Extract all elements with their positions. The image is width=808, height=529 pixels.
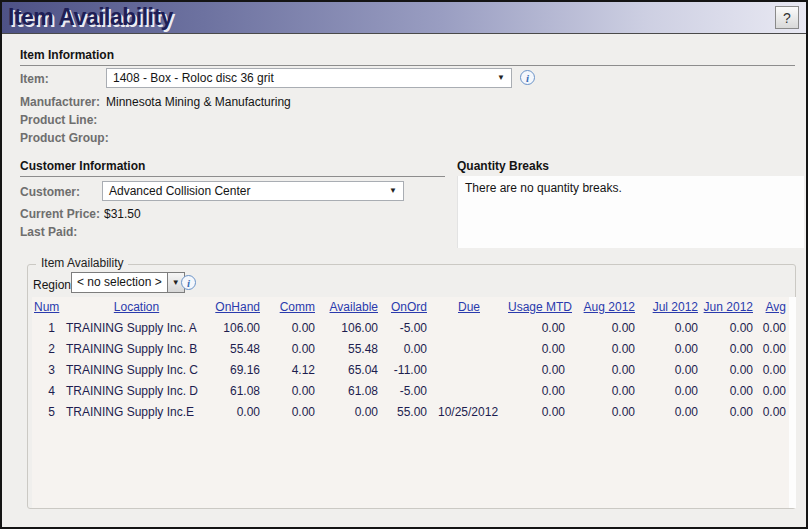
- cell-onhand: 106.00: [213, 321, 263, 335]
- column-header-due[interactable]: Due: [430, 300, 508, 314]
- region-combobox-value: < no selection >: [72, 273, 167, 292]
- column-header-num[interactable]: Num: [32, 300, 60, 314]
- table-row[interactable]: 3 TRAINING Supply Inc. C 69.16 4.12 65.0…: [32, 359, 789, 380]
- product-line-label: Product Line:: [20, 113, 97, 127]
- help-button[interactable]: ?: [775, 6, 799, 29]
- cell-location: TRAINING Supply Inc. B: [60, 342, 213, 356]
- quantity-breaks-message: There are no quantity breaks.: [465, 181, 622, 195]
- cell-jul-2012: 0.00: [638, 363, 701, 377]
- cell-onord: -5.00: [381, 384, 430, 398]
- cell-jun-2012: 0.00: [701, 384, 756, 398]
- current-price-label: Current Price:: [20, 207, 100, 221]
- customer-label: Customer:: [20, 185, 80, 199]
- cell-location: TRAINING Supply Inc. C: [60, 363, 213, 377]
- cell-comm: 0.00: [263, 405, 318, 419]
- product-group-label: Product Group:: [20, 131, 109, 145]
- column-header-comm[interactable]: Comm: [263, 300, 318, 314]
- last-paid-label: Last Paid:: [20, 225, 77, 239]
- cell-onhand: 61.08: [213, 384, 263, 398]
- customer-information-header: Customer Information: [20, 159, 445, 177]
- cell-location: TRAINING Supply Inc. A: [60, 321, 213, 335]
- chevron-down-icon: ▼: [389, 187, 397, 195]
- cell-avg: 0.00: [756, 342, 789, 356]
- item-dropdown-value: 1408 - Box - Roloc disc 36 grit: [113, 71, 497, 85]
- cell-onord: 55.00: [381, 405, 430, 419]
- cell-jul-2012: 0.00: [638, 321, 701, 335]
- table-row[interactable]: 4 TRAINING Supply Inc. D 61.08 0.00 61.0…: [32, 380, 789, 401]
- page-title: Item Availability: [8, 4, 173, 31]
- table-row[interactable]: 2 TRAINING Supply Inc. B 55.48 0.00 55.4…: [32, 338, 789, 359]
- title-bar: Item Availability ?: [2, 2, 806, 34]
- column-header-aug-2012[interactable]: Aug 2012: [568, 300, 638, 314]
- cell-onhand: 0.00: [213, 405, 263, 419]
- cell-aug-2012: 0.00: [568, 384, 638, 398]
- cell-comm: 0.00: [263, 384, 318, 398]
- region-combobox[interactable]: < no selection > ▼: [71, 272, 185, 293]
- scrollbar-track[interactable]: [789, 297, 796, 508]
- cell-num: 3: [32, 363, 60, 377]
- cell-aug-2012: 0.00: [568, 405, 638, 419]
- cell-onord: -5.00: [381, 321, 430, 335]
- cell-aug-2012: 0.00: [568, 342, 638, 356]
- column-header-onhand[interactable]: OnHand: [213, 300, 263, 314]
- cell-usage-mtd: 0.00: [508, 321, 568, 335]
- item-availability-group-title: Item Availability: [36, 256, 128, 270]
- quantity-breaks-panel: There are no quantity breaks.: [457, 176, 804, 248]
- cell-onord: -11.00: [381, 363, 430, 377]
- customer-dropdown-value: Advanced Collision Center: [109, 184, 389, 198]
- column-header-jul-2012[interactable]: Jul 2012: [638, 300, 701, 314]
- cell-usage-mtd: 0.00: [508, 342, 568, 356]
- quantity-breaks-header: Quantity Breaks: [457, 159, 795, 177]
- cell-available: 61.08: [318, 384, 381, 398]
- cell-onhand: 55.48: [213, 342, 263, 356]
- cell-onhand: 69.16: [213, 363, 263, 377]
- cell-jul-2012: 0.00: [638, 342, 701, 356]
- cell-usage-mtd: 0.00: [508, 363, 568, 377]
- cell-aug-2012: 0.00: [568, 321, 638, 335]
- cell-aug-2012: 0.00: [568, 363, 638, 377]
- item-info-icon[interactable]: i: [520, 70, 535, 85]
- item-information-header: Item Information: [20, 48, 795, 66]
- cell-jun-2012: 0.00: [701, 321, 756, 335]
- table-row[interactable]: 1 TRAINING Supply Inc. A 106.00 0.00 106…: [32, 317, 789, 338]
- cell-available: 0.00: [318, 405, 381, 419]
- cell-avg: 0.00: [756, 384, 789, 398]
- cell-location: TRAINING Supply Inc. D: [60, 384, 213, 398]
- column-header-onord[interactable]: OnOrd: [381, 300, 430, 314]
- cell-num: 4: [32, 384, 60, 398]
- table-row[interactable]: 5 TRAINING Supply Inc.E 0.00 0.00 0.00 5…: [32, 401, 789, 422]
- cell-avg: 0.00: [756, 363, 789, 377]
- cell-num: 1: [32, 321, 60, 335]
- customer-dropdown[interactable]: Advanced Collision Center ▼: [102, 181, 404, 201]
- item-dropdown[interactable]: 1408 - Box - Roloc disc 36 grit ▼: [106, 68, 512, 88]
- cell-comm: 0.00: [263, 342, 318, 356]
- cell-num: 2: [32, 342, 60, 356]
- chevron-down-icon: ▼: [497, 74, 505, 82]
- column-header-jun-2012[interactable]: Jun 2012: [701, 300, 756, 314]
- region-info-icon[interactable]: i: [181, 275, 196, 290]
- cell-due: 10/25/2012: [430, 405, 508, 419]
- chevron-down-icon: ▼: [172, 279, 180, 287]
- column-header-location[interactable]: Location: [60, 300, 213, 314]
- manufacturer-label: Manufacturer:: [20, 95, 100, 109]
- column-header-avg[interactable]: Avg: [756, 300, 789, 314]
- cell-avg: 0.00: [756, 321, 789, 335]
- current-price-value: $31.50: [104, 207, 141, 221]
- item-label: Item:: [20, 72, 49, 86]
- cell-location: TRAINING Supply Inc.E: [60, 405, 213, 419]
- cell-available: 106.00: [318, 321, 381, 335]
- cell-num: 5: [32, 405, 60, 419]
- cell-available: 55.48: [318, 342, 381, 356]
- cell-jul-2012: 0.00: [638, 405, 701, 419]
- availability-table-header-row: Num Location OnHand Comm Available OnOrd…: [32, 297, 789, 317]
- cell-onord: 0.00: [381, 342, 430, 356]
- cell-jun-2012: 0.00: [701, 405, 756, 419]
- manufacturer-value: Minnesota Mining & Manufacturing: [106, 95, 291, 109]
- column-header-available[interactable]: Available: [318, 300, 381, 314]
- cell-jun-2012: 0.00: [701, 342, 756, 356]
- cell-usage-mtd: 0.00: [508, 405, 568, 419]
- column-header-usage-mtd[interactable]: Usage MTD: [508, 300, 568, 314]
- region-label: Region:: [33, 278, 74, 292]
- cell-comm: 0.00: [263, 321, 318, 335]
- cell-jun-2012: 0.00: [701, 363, 756, 377]
